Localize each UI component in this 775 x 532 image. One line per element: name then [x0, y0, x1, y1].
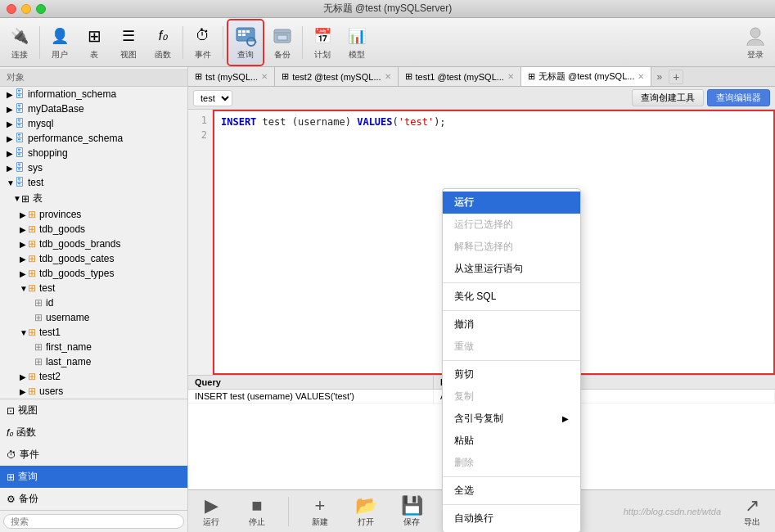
ctx-paste[interactable]: 粘贴 — [443, 430, 580, 452]
tab-close-test2[interactable]: ✕ — [385, 72, 391, 81]
backup-icon — [271, 25, 294, 47]
sidebar-item-sys[interactable]: ▶ 🗄 sys — [0, 160, 187, 175]
ctx-beautify[interactable]: 美化 SQL — [443, 286, 580, 308]
search-input[interactable] — [3, 514, 184, 529]
main-toolbar: 🔌 连接 👤 用户 ⊞ 表 ☰ 视图 f₀ 函数 ⏱ 事件 — [0, 18, 775, 67]
tab-close-untitled[interactable]: ✕ — [638, 72, 644, 81]
sidebar-item-test[interactable]: ▼ 🗄 test — [0, 175, 187, 190]
table-row-icon: ⊞ — [28, 209, 36, 220]
sidebar-item-users[interactable]: ▶ ⊞ users — [0, 384, 187, 399]
toolbar-connect[interactable]: 🔌 连接 — [3, 21, 36, 64]
sidebar-item-tables-group[interactable]: ▼ ⊞ 表 — [0, 190, 187, 207]
ctx-select-all[interactable]: 全选 — [443, 480, 580, 502]
sidebar-item-performance_schema[interactable]: ▶ 🗄 performance_schema — [0, 131, 187, 146]
sidebar-item-tdb_goods_types[interactable]: ▶ ⊞ tdb_goods_types — [0, 266, 187, 281]
backup-label: 备份 — [274, 49, 291, 61]
sidebar-item-provinces[interactable]: ▶ ⊞ provinces — [0, 207, 187, 222]
sidebar-nav-backup[interactable]: ⚙ 备份 — [0, 488, 187, 510]
btn-open[interactable]: 📂 打开 — [351, 495, 381, 528]
tab-icon: ⊞ — [195, 71, 202, 82]
func-label: 函数 — [155, 49, 171, 61]
btn-new[interactable]: + 新建 — [305, 495, 335, 528]
tab-bar: ⊞ tst (mySQL... ✕ ⊞ test2 @test (mySQL..… — [188, 67, 775, 87]
sidebar-item-shopping[interactable]: ▶ 🗄 shopping — [0, 146, 187, 160]
toolbar-users[interactable]: 👤 用户 — [43, 21, 76, 64]
sidebar-search[interactable] — [0, 510, 187, 532]
ctx-sep-4 — [443, 476, 580, 477]
func-icon: f₀ — [151, 25, 174, 47]
sidebar-item-first_name[interactable]: ⊞ first_name — [0, 340, 187, 354]
ctx-run[interactable]: 运行 — [443, 192, 580, 214]
toolbar-login[interactable]: 登录 — [739, 21, 772, 64]
sidebar-nav-event[interactable]: ⏱ 事件 — [0, 444, 187, 466]
ctx-auto-wrap[interactable]: 自动换行 — [443, 507, 580, 530]
sidebar-nav-view[interactable]: ⊡ 视图 — [0, 399, 187, 422]
db-icon: 🗄 — [15, 147, 25, 159]
query-tool-buttons: 查询创建工具 查询编辑器 — [236, 89, 770, 106]
toolbar-backup[interactable]: 备份 — [266, 21, 299, 64]
sidebar-item-tdb_goods_brands[interactable]: ▶ ⊞ tdb_goods_brands — [0, 237, 187, 251]
sidebar-item-last_name[interactable]: ⊞ last_name — [0, 354, 187, 369]
sidebar-item-id[interactable]: ⊞ id — [0, 295, 187, 310]
main-area: 对象 ▶ 🗄 information_schema ▶ 🗄 myDataBase… — [0, 67, 775, 532]
tab-tst[interactable]: ⊞ tst (mySQL... ✕ — [188, 67, 275, 87]
db-icon: 🗄 — [15, 88, 25, 100]
users-icon: 👤 — [48, 25, 71, 47]
tab-test1[interactable]: ⊞ test1 @test (mySQL... ✕ — [399, 67, 521, 87]
editor-line-1: INSERT test (username) VALUES('test'); — [221, 115, 767, 129]
maximize-button[interactable] — [36, 4, 46, 14]
sidebar-item-myDataBase[interactable]: ▶ 🗄 myDataBase — [0, 101, 187, 116]
db-icon: 🗄 — [15, 103, 25, 115]
toolbar-query[interactable]: 查询 — [229, 21, 262, 64]
toolbar-table[interactable]: ⊞ 表 — [78, 21, 110, 64]
db-selector[interactable]: test — [193, 90, 232, 106]
btn-query-create[interactable]: 查询创建工具 — [632, 89, 704, 106]
tab-untitled[interactable]: ⊞ 无标题 @test (mySQL... ✕ — [521, 67, 652, 87]
sidebar-item-mysql[interactable]: ▶ 🗄 mysql — [0, 116, 187, 131]
toolbar-schedule[interactable]: 📅 计划 — [306, 21, 339, 64]
sidebar-nav-query[interactable]: ⊞ 查询 — [0, 466, 187, 488]
tab-test2[interactable]: ⊞ test2 @test (mySQL... ✕ — [275, 67, 398, 87]
tab-more[interactable]: » — [651, 71, 667, 83]
sidebar-item-information_schema[interactable]: ▶ 🗄 information_schema — [0, 87, 187, 101]
column-icon: ⊞ — [34, 341, 43, 353]
tab-icon: ⊞ — [405, 71, 412, 82]
sidebar-nav-func[interactable]: f₀ 函数 — [0, 422, 187, 444]
btn-query-editor[interactable]: 查询编辑器 — [707, 89, 770, 106]
func-nav-icon: f₀ — [7, 427, 13, 439]
sidebar-item-test2-table[interactable]: ▶ ⊞ test2 — [0, 369, 187, 384]
sidebar-item-test-table[interactable]: ▼ ⊞ test — [0, 281, 187, 295]
btn-save[interactable]: 💾 保存 — [397, 495, 426, 528]
svg-point-10 — [750, 28, 760, 38]
ctx-copy-with-quotes[interactable]: 含引号复制 ▶ — [443, 408, 580, 430]
ctx-run-from-here[interactable]: 从这里运行语句 — [443, 258, 580, 280]
minimize-button[interactable] — [21, 4, 31, 14]
tab-add[interactable]: + — [669, 70, 683, 84]
table-row-icon: ⊞ — [28, 327, 36, 338]
ctx-undo[interactable]: 撤消 — [443, 313, 580, 336]
sidebar-object-header: 对象 — [0, 69, 187, 87]
btn-export[interactable]: ↗ 导出 — [737, 495, 767, 528]
svg-rect-5 — [242, 34, 246, 36]
toolbar-event[interactable]: ⏱ 事件 — [187, 21, 219, 64]
toolbar-view[interactable]: ☰ 视图 — [112, 21, 145, 64]
table-row-icon: ⊞ — [28, 268, 36, 279]
ctx-cut[interactable]: 剪切 — [443, 363, 580, 385]
btn-run[interactable]: ▶ 运行 — [196, 495, 226, 528]
export-icon: ↗ — [745, 495, 759, 516]
traffic-lights[interactable] — [7, 4, 46, 14]
toolbar-sep-1 — [39, 26, 40, 59]
toolbar-func[interactable]: f₀ 函数 — [146, 21, 179, 64]
btn-stop[interactable]: ■ 停止 — [242, 495, 272, 528]
sidebar-item-test1-table[interactable]: ▼ ⊞ test1 — [0, 325, 187, 340]
tab-close-tst[interactable]: ✕ — [261, 72, 268, 81]
sidebar-item-tdb_goods[interactable]: ▶ ⊞ tdb_goods — [0, 222, 187, 237]
sidebar-item-tdb_goods_cates[interactable]: ▶ ⊞ tdb_goods_cates — [0, 251, 187, 266]
event-label: 事件 — [195, 49, 211, 61]
close-button[interactable] — [7, 4, 16, 14]
db-icon: 🗄 — [15, 133, 25, 144]
toolbar-query-highlight: 查询 — [227, 19, 264, 66]
tab-close-test1[interactable]: ✕ — [507, 72, 514, 81]
toolbar-model[interactable]: 📊 模型 — [340, 21, 373, 64]
sidebar-item-username[interactable]: ⊞ username — [0, 310, 187, 325]
